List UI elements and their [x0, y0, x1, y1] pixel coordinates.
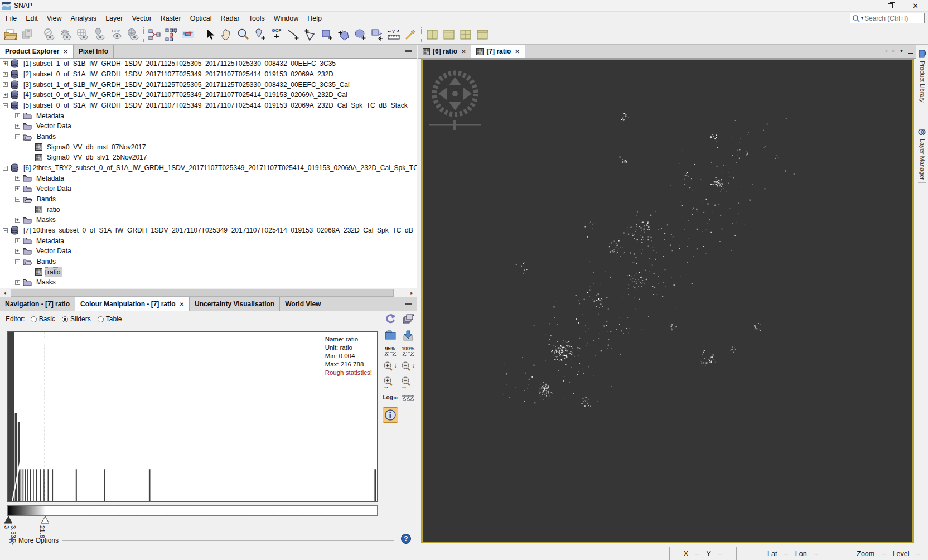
apply-palette-to-bands-button[interactable] [401, 312, 415, 326]
tree-item[interactable]: Metadata [0, 173, 417, 184]
image-view-canvas[interactable] [421, 59, 914, 543]
tree-item[interactable]: [1] subset_1_of_S1B_IW_GRDH_1SDV_2017112… [0, 59, 417, 69]
tree-item[interactable]: [6] 2thres_TRY2_subset_0_of_S1A_IW_GRDH_… [0, 163, 417, 173]
expand-icon[interactable] [3, 82, 8, 87]
zoom-out-horizontal-button[interactable]: ↔ [401, 376, 415, 388]
tree-item[interactable]: Masks [0, 277, 417, 288]
tab-pixel-info[interactable]: Pixel Info [74, 45, 114, 58]
polygon-tool-button[interactable] [336, 27, 351, 42]
minimize-explorer-group-button[interactable] [405, 50, 412, 52]
tab-product-explorer[interactable]: Product Explorer [0, 45, 74, 58]
tab-colour-manipulation-7-ratio[interactable]: Colour Manipulation - [7] ratio [75, 297, 190, 311]
scrollbar-track[interactable] [9, 288, 407, 297]
no-data-overlay-toggle[interactable] [41, 27, 57, 42]
restore-button[interactable] [878, 0, 903, 11]
show-extra-info-toggle[interactable] [383, 407, 398, 423]
import-palette-button[interactable] [383, 329, 398, 342]
search-input[interactable]: ▾ Search (Ctrl+I) [850, 13, 925, 23]
scroll-right-icon[interactable]: ▸ [407, 288, 417, 297]
evenly-distribute-sliders-button[interactable] [401, 391, 415, 404]
log-scale-button[interactable]: Log10 [383, 391, 398, 404]
tree-item[interactable]: [7] 10thres_subset_0_of_S1A_IW_GRDH_1SDV… [0, 225, 417, 236]
pin-placing-tool-button[interactable] [252, 27, 268, 42]
tree-item[interactable]: Sigma0_VV_db_slv1_25Nov2017 [0, 152, 417, 163]
export-palette-button[interactable] [401, 329, 415, 342]
menu-tools[interactable]: Tools [244, 13, 269, 24]
tree-item[interactable]: Metadata [0, 235, 417, 246]
gcp-overlay-toggle[interactable]: GCP [108, 27, 124, 42]
menu-analysis[interactable]: Analysis [66, 13, 102, 24]
minimize-button[interactable] [853, 0, 878, 11]
save-product-button[interactable] [20, 27, 35, 42]
tree-horizontal-scrollbar[interactable]: ◂ ▸ [0, 288, 417, 297]
gcp-placing-tool-button[interactable]: GCP [269, 27, 284, 42]
layer-overlay-toggle[interactable] [58, 27, 74, 42]
tab-uncertainty-visualisation[interactable]: Uncertainty Visualisation [190, 297, 280, 311]
zoom-in-vertical-button[interactable]: ↕ [383, 361, 398, 373]
tree-item[interactable]: [4] subset_0_of_S1A_IW_GRDH_1SDV_2017110… [0, 90, 417, 100]
close-tab-icon[interactable] [460, 49, 466, 55]
expand-icon[interactable] [15, 280, 20, 285]
tab-7-ratio[interactable]: [7] ratio [471, 45, 525, 58]
ratio-band-image[interactable] [423, 60, 912, 542]
max-slider-handle[interactable] [41, 516, 50, 524]
help-button[interactable]: ? [401, 534, 411, 544]
side-tab-layer-manager[interactable]: Layer Manager [918, 125, 926, 183]
zoom-tool-button[interactable] [235, 27, 251, 42]
graticule-overlay-toggle[interactable] [75, 27, 90, 42]
zoom-in-horizontal-button[interactable]: ↔ [383, 376, 398, 388]
zoom-out-vertical-button[interactable]: ↕ [401, 361, 415, 373]
rectangle-tool-button[interactable] [319, 27, 335, 42]
navigation-compass-control[interactable] [427, 65, 483, 131]
range-95-percent-button[interactable]: 95% [383, 345, 398, 358]
open-product-button[interactable] [3, 27, 18, 42]
expand-icon[interactable] [15, 113, 20, 118]
batch-processing-button[interactable] [163, 27, 179, 42]
side-tab-product-library[interactable]: Product Library [918, 47, 926, 105]
tree-item[interactable]: [3] subset_1_of_S1B_IW_GRDH_1SDV_2017112… [0, 79, 417, 90]
tab-list-dropdown-icon[interactable]: ▾ [900, 47, 903, 54]
min-slider-handle[interactable] [4, 516, 13, 524]
zoom-slider-handle[interactable] [453, 120, 456, 130]
tab-6-ratio[interactable]: [6] ratio [418, 45, 471, 58]
expand-icon[interactable] [3, 93, 8, 98]
tree-item[interactable]: Masks [0, 215, 417, 225]
scroll-tabs-right-icon[interactable]: ▸ [892, 47, 895, 54]
colour-gradient-bar[interactable] [7, 505, 378, 516]
close-tab-icon[interactable] [62, 49, 67, 55]
expand-icon[interactable] [3, 61, 8, 66]
measure-tool-button[interactable]: ? [386, 27, 402, 42]
tree-item[interactable]: Sigma0_VV_db_mst_07Nov2017 [0, 142, 417, 152]
tab-navigation-7-ratio[interactable]: Navigation - [7] ratio [0, 297, 75, 311]
menu-help[interactable]: Help [303, 13, 326, 24]
minimize-bottom-group-button[interactable] [405, 303, 412, 305]
expand-icon[interactable] [15, 249, 20, 254]
tree-item[interactable]: Vector Data [0, 246, 417, 257]
collapse-icon[interactable] [15, 259, 20, 264]
close-button[interactable]: ✕ [903, 0, 928, 11]
expand-icon[interactable] [3, 72, 8, 77]
search-scope-caret-icon[interactable]: ▾ [861, 16, 863, 21]
menu-window[interactable]: Window [269, 13, 303, 24]
tree-item[interactable]: Bands [0, 194, 417, 205]
editor-mode-basic[interactable]: Basic [31, 315, 55, 323]
collapse-icon[interactable] [3, 228, 8, 233]
tree-item[interactable]: Bands [0, 132, 417, 142]
tree-item[interactable]: [2] subset_0_of_S1A_IW_GRDH_1SDV_2017110… [0, 69, 417, 80]
pan-tool-button[interactable] [219, 27, 234, 42]
expand-icon[interactable] [15, 176, 20, 181]
close-tab-icon[interactable] [514, 49, 519, 55]
menu-layer[interactable]: Layer [101, 13, 127, 24]
expand-icon[interactable] [15, 186, 20, 191]
tile-horizontally-button[interactable] [441, 27, 457, 42]
maximize-view-icon[interactable] [908, 49, 914, 54]
menu-vector[interactable]: Vector [127, 13, 156, 24]
reset-palette-button[interactable] [383, 312, 398, 326]
tree-item[interactable]: Vector Data [0, 184, 417, 194]
tree-item[interactable]: ratio [0, 204, 417, 215]
menu-optical[interactable]: Optical [186, 13, 216, 24]
magic-wand-tool-button[interactable] [403, 27, 418, 42]
expand-icon[interactable] [15, 238, 20, 243]
pin-overlay-toggle[interactable] [91, 27, 107, 42]
menu-radar[interactable]: Radar [216, 13, 244, 24]
